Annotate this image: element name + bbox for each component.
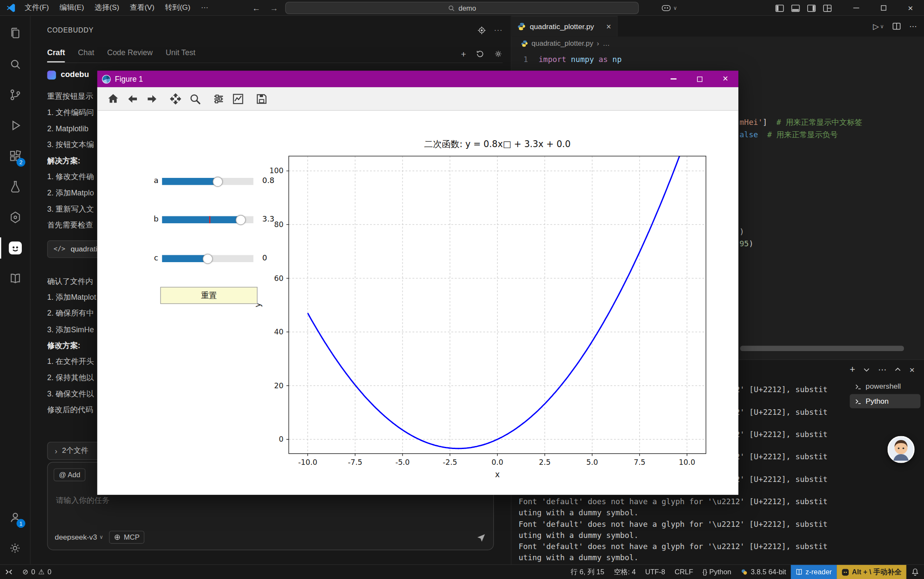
figure-title-bar[interactable]: Figure 1 × [97, 71, 738, 87]
settings-button[interactable] [0, 532, 30, 563]
language-mode[interactable]: {} Python [698, 564, 736, 579]
forward-icon[interactable] [143, 90, 161, 107]
new-chat-icon[interactable]: + [461, 49, 466, 59]
codebuddy-icon [7, 240, 23, 256]
eol-sequence[interactable]: CRLF [670, 564, 698, 579]
code-fragment: ) [740, 227, 744, 236]
remote-indicator[interactable] [0, 564, 18, 579]
add-context-chip[interactable]: @ Add [53, 468, 86, 481]
window-minimize-button[interactable] [843, 0, 870, 16]
tab-craft[interactable]: Craft [47, 48, 65, 62]
tab-chat[interactable]: Chat [78, 48, 94, 62]
panel-maximize-icon[interactable] [894, 366, 902, 373]
terminal-tab-powershell[interactable]: powershell [850, 379, 920, 393]
bell-icon [911, 568, 919, 576]
slider-track[interactable] [162, 216, 254, 224]
account-button[interactable]: 1 [0, 502, 30, 533]
pan-icon[interactable] [167, 90, 184, 107]
toggle-secondary-sidebar-icon[interactable] [807, 3, 816, 13]
mcp-button[interactable]: MCP [109, 531, 144, 544]
vscode-logo-icon [6, 3, 16, 12]
run-button[interactable]: ▷∨ [873, 22, 884, 31]
copilot-button[interactable]: ∨ [661, 3, 677, 13]
reset-button[interactable]: 重置 [160, 287, 258, 304]
sidebar-item-reader[interactable] [0, 263, 30, 294]
window-maximize-button[interactable] [870, 0, 897, 16]
menu-item-2[interactable]: 选择(S) [89, 0, 124, 15]
sidebar-item-extensions[interactable]: 2 [0, 141, 30, 171]
back-icon[interactable] [124, 90, 141, 107]
window-close-button[interactable]: × [897, 0, 924, 16]
encoding[interactable]: UTF-8 [640, 564, 670, 579]
slider-handle[interactable] [236, 215, 246, 225]
panel-more-icon[interactable]: ⋯ [878, 365, 886, 374]
zreader-status[interactable]: z-reader [791, 564, 837, 579]
split-editor-icon[interactable] [892, 22, 901, 31]
python-interpreter[interactable]: 3.8.5 64-bit [736, 564, 791, 579]
toggle-sidebar-icon[interactable] [775, 3, 784, 13]
indentation[interactable]: 空格: 4 [609, 564, 640, 579]
tab-close-icon[interactable]: × [606, 22, 611, 31]
tab-code-review[interactable]: Code Review [107, 48, 153, 62]
error-icon: ⊘ [22, 568, 28, 576]
figure-close-button[interactable]: × [712, 71, 738, 87]
target-icon[interactable] [477, 26, 486, 35]
menu-item-4[interactable]: 转到(G) [160, 0, 195, 15]
account-badge: 1 [17, 519, 26, 528]
customize-layout-icon[interactable] [823, 3, 832, 13]
slider-handle[interactable] [203, 254, 213, 263]
menu-item-0[interactable]: 文件(F) [19, 0, 54, 15]
editor-scrollbar[interactable] [740, 346, 904, 351]
code-area[interactable]: 1 import numpy as np [512, 50, 924, 65]
new-terminal-icon[interactable]: + [850, 364, 855, 375]
slider-value: 0 [262, 253, 267, 262]
settings-gear-icon[interactable] [494, 50, 503, 59]
menu-item-3[interactable]: 查看(V) [124, 0, 160, 15]
figure-minimize-button[interactable] [660, 71, 687, 87]
sidebar-item-explorer[interactable] [0, 18, 30, 49]
nav-back-icon[interactable]: ← [252, 3, 261, 13]
more-actions-icon[interactable]: ··· [494, 27, 503, 34]
sidebar-item-search[interactable] [0, 49, 30, 80]
command-center-search[interactable]: demo [285, 2, 639, 14]
history-icon[interactable] [476, 50, 485, 59]
figure-window[interactable]: Figure 1 × -10.0-7.5-5.0-2.50.02.55.07.5… [97, 71, 738, 495]
save-icon[interactable] [253, 90, 270, 107]
menu-item-5[interactable]: ··· [195, 0, 213, 15]
sidebar-item-testing[interactable] [0, 171, 30, 202]
toggle-panel-icon[interactable] [791, 3, 800, 13]
model-selector[interactable]: deepseek-v3 ∨ [55, 533, 103, 541]
terminal-tab-python[interactable]: Python [850, 394, 920, 408]
sidebar-item-run-debug[interactable] [0, 110, 30, 141]
slider-track[interactable] [162, 178, 254, 185]
home-icon[interactable] [104, 90, 122, 107]
zoom-icon[interactable] [186, 90, 204, 107]
cursor-position[interactable]: 行 6, 列 15 [566, 564, 609, 579]
more-actions-icon[interactable]: ⋯ [909, 22, 917, 31]
tab-quadratic-plotter[interactable]: quadratic_plotter.py × [512, 16, 618, 36]
problems-indicator[interactable]: ⊘0 ⚠0 [18, 564, 56, 579]
assistant-avatar[interactable] [888, 436, 915, 463]
figure-maximize-button[interactable] [687, 71, 713, 87]
sidebar-item-plugin[interactable] [0, 202, 30, 233]
panel-close-icon[interactable]: × [909, 364, 915, 374]
breadcrumb[interactable]: quadratic_plotter.py › … [512, 36, 924, 50]
edit-axes-icon[interactable] [229, 90, 247, 107]
slider-handle[interactable] [213, 177, 222, 186]
plot-title: 二次函数: y = 0.8x□ + 3.3x + 0.0 [424, 139, 570, 150]
sidebar-item-source-control[interactable] [0, 80, 30, 110]
send-button[interactable] [476, 532, 486, 542]
python-env-icon [740, 568, 748, 576]
notifications-bell[interactable] [906, 564, 924, 579]
svg-text:-2.5: -2.5 [443, 458, 457, 467]
tab-label: quadratic_plotter.py [530, 22, 594, 30]
configure-subplots-icon[interactable] [210, 90, 227, 107]
menu-item-1[interactable]: 编辑(E) [54, 0, 89, 15]
terminal-dropdown-icon[interactable] [863, 366, 871, 373]
completion-toggle[interactable]: Alt + \ 手动补全 [837, 564, 906, 579]
slider-track[interactable] [162, 255, 254, 262]
tab-unit-test[interactable]: Unit Test [166, 48, 195, 62]
sidebar-item-codebuddy[interactable] [0, 233, 30, 263]
nav-forward-icon[interactable]: → [270, 3, 278, 13]
chevron-down-icon: ∨ [880, 23, 884, 29]
